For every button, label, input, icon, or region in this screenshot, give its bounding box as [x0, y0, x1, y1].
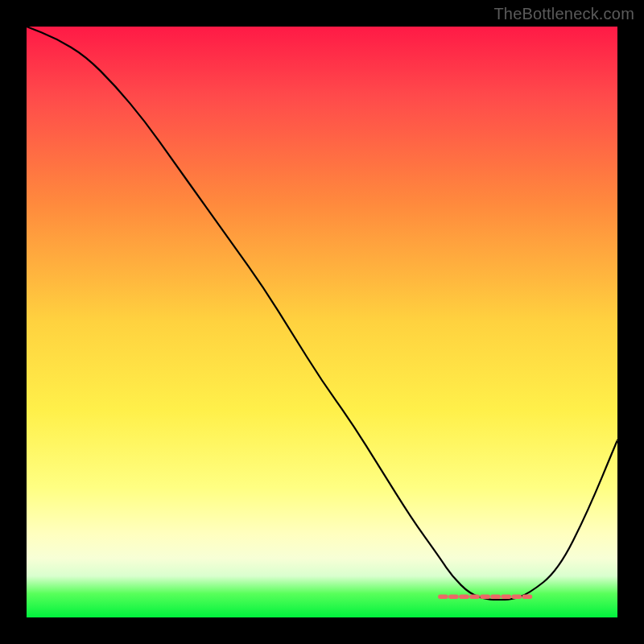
watermark-label: TheBottleneck.com: [493, 5, 634, 23]
bottleneck-curve: [27, 27, 617, 617]
curve-path: [27, 27, 617, 600]
chart-plot-area: [27, 27, 617, 617]
